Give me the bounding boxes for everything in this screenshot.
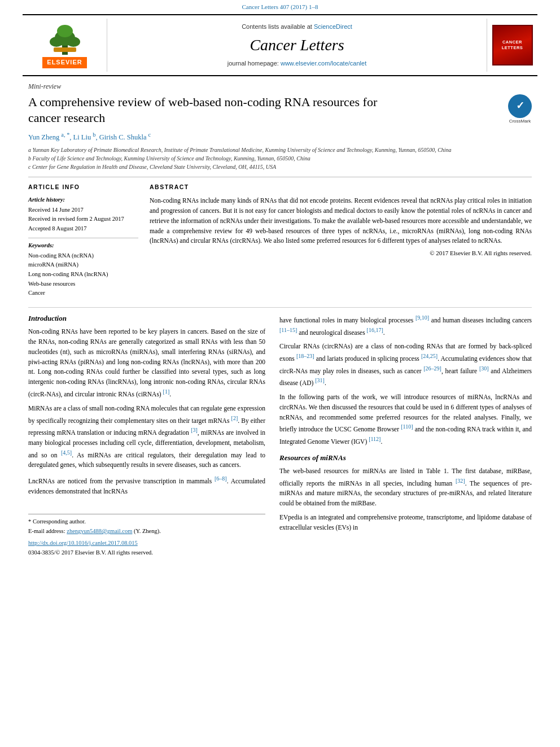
intro-para-1: Non-coding RNAs have been reported to be… (28, 327, 265, 400)
introduction-heading: Introduction (28, 313, 265, 324)
contents-line: Contents lists available at ScienceDirec… (242, 23, 352, 31)
article-title: A comprehensive review of web-based non-… (28, 94, 412, 126)
article-info-abstract-row: ARTICLE INFO Article history: Received 1… (28, 177, 532, 299)
received-date: Received 14 June 2017 (28, 206, 138, 215)
authors-line: Yun Zheng a, *, Li Liu b, Girish C. Shuk… (28, 131, 532, 143)
abstract-section: ABSTRACT Non-coding RNAs include many ki… (150, 183, 532, 299)
footnotes-section: * Corresponding author. E-mail address: … (28, 514, 265, 557)
crossmark-label: CrossMark (508, 118, 532, 124)
journal-title: Cancer Letters (250, 34, 344, 56)
abstract-text: Non-coding RNAs include many kinds of RN… (150, 196, 532, 246)
right-column: have functional roles in many biological… (279, 313, 532, 557)
journal-header: ELSEVIER Contents lists available at Sci… (23, 14, 537, 76)
right-para-2: Circular RNAs (circRNAs) are a class of … (279, 342, 532, 388)
crossmark-container: ✓ CrossMark (508, 94, 532, 124)
copyright-line: 0304-3835/© 2017 Elsevier B.V. All right… (28, 549, 265, 557)
homepage-line: journal homepage: www.elsevier.com/locat… (228, 59, 366, 68)
author-yun-zheng: Yun Zheng (28, 133, 59, 141)
article-body: Mini-review A comprehensive review of we… (0, 76, 560, 299)
history-label: Article history: (28, 196, 138, 204)
cancer-letters-badge-container: CANCER LETTERS (487, 19, 537, 71)
author-girish-shukla: Girish C. Shukla (99, 133, 147, 141)
article-type-label: Mini-review (28, 82, 532, 91)
corresponding-note: * Corresponding author. (28, 518, 265, 526)
svg-point-4 (57, 25, 73, 37)
left-column: Introduction Non-coding RNAs have been r… (28, 313, 265, 557)
keyword-2: microRNA (miRNA) (28, 261, 138, 269)
keyword-4: Web-base resources (28, 280, 138, 289)
right-para-1: have functional roles in many biological… (279, 313, 532, 338)
elsevier-logo-container: ELSEVIER (23, 19, 107, 71)
keyword-5: Cancer (28, 289, 138, 298)
email-line: E-mail address: zhengyun5488@gmail.com (… (28, 527, 265, 536)
right-para-3: In the following parts of the work, we w… (279, 392, 532, 447)
main-content: Introduction Non-coding RNAs have been r… (0, 313, 560, 557)
affiliation-b: b Faculty of Life Science and Technology… (28, 154, 532, 163)
doi-link[interactable]: http://dx.doi.org/10.1016/j.canlet.2017.… (28, 540, 138, 546)
affiliations: a Yunnan Key Laboratory of Primate Biome… (28, 146, 532, 171)
cancer-letters-badge: CANCER LETTERS (492, 25, 533, 65)
evpedia-para: EVpedia is an integrated and comprehensi… (279, 513, 532, 533)
article-info-section: ARTICLE INFO Article history: Received 1… (28, 183, 138, 299)
affiliation-c: c Center for Gene Regulation in Health a… (28, 163, 532, 171)
affiliation-a: a Yunnan Key Laboratory of Primate Biome… (28, 146, 532, 154)
section-divider (28, 307, 532, 308)
svg-rect-5 (54, 47, 76, 52)
journal-homepage-link[interactable]: www.elsevier.com/locate/canlet (281, 60, 366, 67)
email-link[interactable]: zhengyun5488@gmail.com (67, 528, 132, 534)
abstract-heading: ABSTRACT (150, 183, 532, 191)
doi-line: http://dx.doi.org/10.1016/j.canlet.2017.… (28, 538, 265, 548)
intro-para-2: MiRNAs are a class of small non-coding R… (28, 404, 265, 470)
svg-point-3 (67, 37, 80, 47)
accepted-date: Accepted 8 August 2017 (28, 225, 138, 233)
article-info-heading: ARTICLE INFO (28, 183, 138, 191)
keyword-3: Long non-coding RNA (lncRNA) (28, 270, 138, 279)
crossmark-icon[interactable]: ✓ (508, 94, 532, 118)
svg-point-2 (50, 37, 63, 47)
abstract-copyright: © 2017 Elsevier B.V. All rights reserved… (150, 249, 532, 257)
received-revised-date: Received in revised form 2 August 2017 (28, 215, 138, 224)
resources-mirnas-heading: Resources of miRNAs (279, 453, 532, 463)
resources-mirnas-para: The web-based resources for miRNAs are l… (279, 466, 532, 509)
top-bar: Cancer Letters 407 (2017) 1–8 (0, 0, 560, 14)
author-li-liu: Li Liu (73, 133, 91, 141)
elsevier-wordmark: ELSEVIER (42, 57, 86, 68)
intro-para-3: LncRNAs are noticed from the pervasive t… (28, 474, 265, 496)
keyword-1: Non-coding RNA (ncRNA) (28, 252, 138, 260)
elsevier-tree-icon (40, 22, 90, 55)
keywords-heading: Keywords: (28, 242, 138, 250)
sciencedirect-link[interactable]: ScienceDirect (314, 23, 352, 30)
journal-center-info: Contents lists available at ScienceDirec… (107, 19, 487, 71)
